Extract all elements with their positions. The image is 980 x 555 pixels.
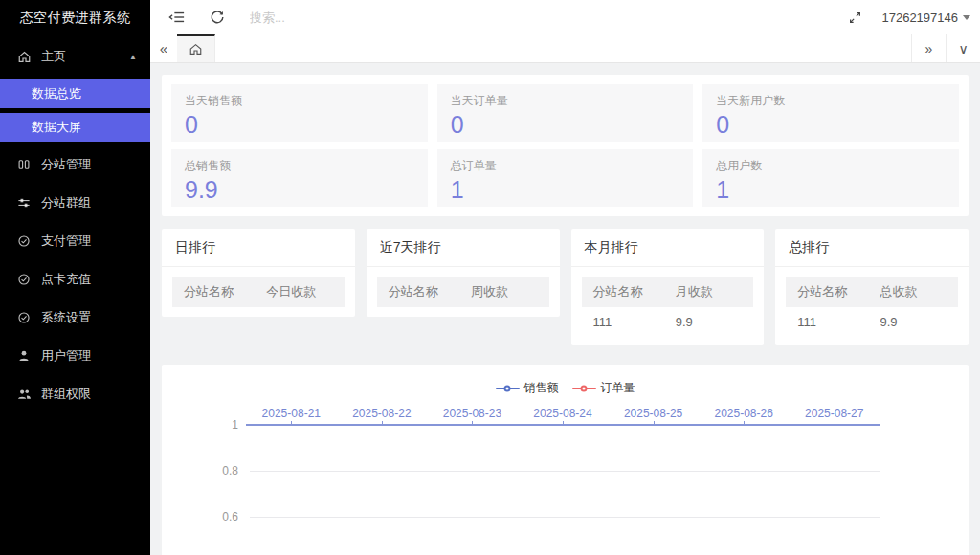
user-menu[interactable]: 17262197146 xyxy=(881,11,970,25)
stat-value: 1 xyxy=(451,176,680,204)
stat-value: 0 xyxy=(185,111,414,139)
tabs-scroll-right-icon[interactable]: » xyxy=(911,34,946,62)
chart-legend: 销售额 订单量 xyxy=(162,380,969,396)
rank-col-header: 分站名称 xyxy=(582,283,664,300)
rank-col-header: 周收款 xyxy=(459,283,548,300)
stat-label: 总订单量 xyxy=(451,158,680,174)
topbar: 17262197146 xyxy=(150,0,980,34)
x-tick-label: 2025-08-25 xyxy=(608,407,699,420)
rank-panel-daily: 日排行 分站名称 今日收款 xyxy=(162,229,355,317)
rankings-row: 日排行 分站名称 今日收款 近7天排行 分站名称 周收款 xyxy=(162,229,969,345)
check-circle-icon xyxy=(16,310,32,325)
sidebar-item-group-permission[interactable]: 群组权限 xyxy=(0,375,150,413)
chart-x-axis-labels: 2025-08-21 2025-08-22 2025-08-23 2025-08… xyxy=(246,407,880,420)
rank-table-header: 分站名称 总收款 xyxy=(786,277,958,307)
check-circle-icon xyxy=(16,233,32,249)
legend-item-sales[interactable]: 销售额 xyxy=(496,380,559,396)
rank-panel-title: 本月排行 xyxy=(571,229,765,267)
rank-table: 分站名称 今日收款 xyxy=(172,277,345,307)
stat-today-orders: 当天订单量 0 xyxy=(437,84,694,142)
search-box xyxy=(250,9,845,26)
sidebar-item-label: 点卡充值 xyxy=(41,271,91,288)
sidebar-item-system-settings[interactable]: 系统设置 xyxy=(0,299,150,337)
x-tick-label: 2025-08-24 xyxy=(518,407,609,420)
sidebar-item-substation-group[interactable]: 分站群组 xyxy=(0,184,150,222)
rank-cell-amount: 9.9 xyxy=(664,315,753,329)
main-area: 17262197146 « » ∨ 当天销售额 0 当天订单量 0 xyxy=(150,0,980,555)
home-icon xyxy=(16,49,32,64)
chart-gridline xyxy=(250,471,880,472)
tabbar: « » ∨ xyxy=(150,34,980,63)
stat-label: 总用户数 xyxy=(716,158,946,174)
rank-panel-month: 本月排行 分站名称 月收款 111 9.9 xyxy=(571,229,765,345)
sidebar-item-user-manage[interactable]: 用户管理 xyxy=(0,337,150,375)
stat-label: 总销售额 xyxy=(185,158,414,174)
stat-value: 1 xyxy=(716,176,946,204)
rank-col-header: 分站名称 xyxy=(172,283,255,300)
sidebar-item-label: 系统设置 xyxy=(41,309,91,326)
sidebar-item-label: 分站管理 xyxy=(41,156,91,173)
stat-label: 当天订单量 xyxy=(451,93,680,109)
sidebar-item-label: 支付管理 xyxy=(41,233,91,250)
home-icon xyxy=(189,42,203,56)
line-marker-icon xyxy=(572,384,596,393)
stat-value: 0 xyxy=(451,111,680,139)
stat-value: 0 xyxy=(716,111,946,139)
stat-total-users: 总用户数 1 xyxy=(702,149,959,207)
sales-orders-chart: 销售额 订单量 2025-08-21 2025-08-22 2025-08-23… xyxy=(162,365,969,555)
rank-table: 分站名称 总收款 111 9.9 xyxy=(786,277,958,336)
users-icon xyxy=(16,387,32,402)
chart-gridline xyxy=(250,517,880,518)
x-tick-label: 2025-08-21 xyxy=(246,407,337,420)
legend-item-orders[interactable]: 订单量 xyxy=(572,380,635,396)
stat-today-sales: 当天销售额 0 xyxy=(171,84,428,142)
table-row: 111 9.9 xyxy=(582,307,754,336)
x-tick-label: 2025-08-26 xyxy=(699,407,790,420)
tabs-scroll-left-icon[interactable]: « xyxy=(150,34,177,62)
app-title: 态空付费进群系统 xyxy=(0,0,150,36)
rank-col-header: 月收款 xyxy=(664,283,753,300)
x-tick-label: 2025-08-23 xyxy=(427,407,518,420)
stat-total-sales: 总销售额 9.9 xyxy=(171,149,428,207)
sidebar-item-card-recharge[interactable]: 点卡充值 xyxy=(0,260,150,299)
sliders-icon xyxy=(16,195,32,211)
sidebar-item-data-screen[interactable]: 数据大屏 xyxy=(0,113,150,142)
y-tick-label: 0.8 xyxy=(198,464,238,477)
rank-table-header: 分站名称 周收款 xyxy=(377,277,549,307)
x-tick-label: 2025-08-22 xyxy=(337,407,428,420)
rank-col-header: 总收款 xyxy=(869,283,958,300)
sidebar-item-label: 用户管理 xyxy=(41,347,91,365)
content: 当天销售额 0 当天订单量 0 当天新用户数 0 总销售额 9.9 总订单量 xyxy=(150,63,980,555)
sidebar-item-home[interactable]: 主页 ▲ xyxy=(0,36,150,77)
refresh-icon[interactable] xyxy=(208,8,227,27)
sidebar-item-substation-manage[interactable]: 分站管理 xyxy=(0,145,150,184)
sidebar-item-label: 主页 xyxy=(41,48,66,65)
table-row: 111 9.9 xyxy=(786,307,958,336)
chart-x-axis-line xyxy=(246,424,880,426)
rank-panel-week: 近7天排行 分站名称 周收款 xyxy=(367,229,560,317)
stat-label: 当天新用户数 xyxy=(716,93,946,109)
rank-table: 分站名称 月收款 111 9.9 xyxy=(582,277,754,336)
check-circle-icon xyxy=(16,272,32,287)
sidebar-item-payment-manage[interactable]: 支付管理 xyxy=(0,222,150,260)
sidebar-subitem-label: 数据大屏 xyxy=(32,119,81,136)
fullscreen-icon[interactable] xyxy=(845,8,864,27)
rank-panel-title: 总排行 xyxy=(775,229,969,267)
sidebar: 态空付费进群系统 主页 ▲ 数据总览 数据大屏 分站管理 xyxy=(0,0,150,555)
stat-today-new-users: 当天新用户数 0 xyxy=(702,84,959,142)
x-tick-label: 2025-08-27 xyxy=(789,407,880,420)
sidebar-item-label: 分站群组 xyxy=(41,194,91,211)
search-input[interactable] xyxy=(250,11,460,25)
collapse-menu-icon[interactable] xyxy=(167,8,187,27)
legend-label: 销售额 xyxy=(524,380,559,396)
legend-label: 订单量 xyxy=(601,380,635,396)
tab-home[interactable] xyxy=(177,34,215,62)
rank-panel-title: 日排行 xyxy=(162,229,355,267)
y-tick-label: 1 xyxy=(198,418,238,432)
collapse-arrow-icon: ▲ xyxy=(129,53,137,61)
tabbar-spacer xyxy=(215,34,911,62)
sidebar-item-data-overview[interactable]: 数据总览 xyxy=(0,79,150,108)
sidebar-subitem-label: 数据总览 xyxy=(32,85,81,102)
tabs-dropdown-icon[interactable]: ∨ xyxy=(946,34,980,62)
rank-table-header: 分站名称 月收款 xyxy=(582,277,754,307)
